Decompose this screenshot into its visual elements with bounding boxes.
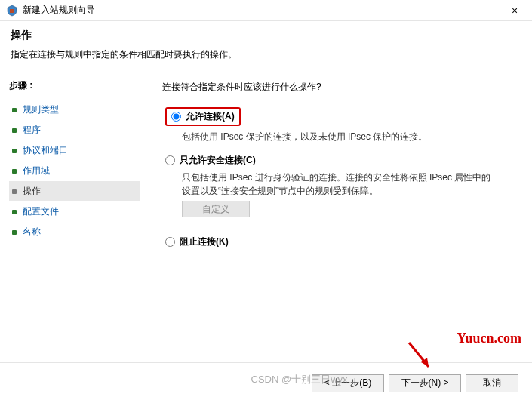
app-icon <box>6 5 18 17</box>
svg-rect-0 <box>10 9 14 13</box>
step-profile[interactable]: 配置文件 <box>9 202 140 222</box>
radio-allow[interactable] <box>171 112 181 122</box>
window-title: 新建入站规则向导 <box>23 4 503 17</box>
titlebar: 新建入站规则向导 × <box>0 0 532 21</box>
back-button[interactable]: < 上一步(B) <box>312 374 384 392</box>
step-action[interactable]: 操作 <box>9 181 140 202</box>
customize-button: 自定义 <box>182 201 250 217</box>
next-button[interactable]: 下一步(N) > <box>389 374 461 392</box>
option-allow-desc: 包括使用 IPsec 保护的连接，以及未使用 IPsec 保护的连接。 <box>182 130 499 143</box>
step-label: 名称 <box>23 226 41 238</box>
bullet-icon <box>12 108 17 112</box>
step-label: 作用域 <box>23 165 50 177</box>
step-label: 配置文件 <box>23 205 59 218</box>
bullet-icon <box>12 210 17 214</box>
steps-sidebar: 步骤 : 规则类型 程序 协议和端口 作用域 操作 配置文件 名称 <box>0 70 147 372</box>
step-protocol[interactable]: 协议和端口 <box>9 140 140 161</box>
option-allow-label: 允许连接(A) <box>186 110 235 123</box>
bullet-icon <box>12 169 17 174</box>
option-block: 阻止连接(K) <box>165 235 517 248</box>
bullet-icon <box>12 230 17 235</box>
wizard-header: 操作 指定在连接与规则中指定的条件相匹配时要执行的操作。 <box>0 21 532 70</box>
step-program[interactable]: 程序 <box>9 120 140 140</box>
steps-list: 规则类型 程序 协议和端口 作用域 操作 配置文件 名称 <box>9 100 140 242</box>
radio-block[interactable] <box>165 237 175 247</box>
page-title: 操作 <box>11 29 521 42</box>
cancel-button[interactable]: 取消 <box>466 374 518 392</box>
question-text: 连接符合指定条件时应该进行什么操作? <box>162 81 517 94</box>
bullet-icon <box>12 189 17 194</box>
close-button[interactable]: × <box>503 2 526 19</box>
step-scope[interactable]: 作用域 <box>9 161 140 181</box>
option-secure-label: 只允许安全连接(C) <box>180 154 256 167</box>
wizard-footer: < 上一步(B) 下一步(N) > 取消 <box>0 362 532 403</box>
step-label: 协议和端口 <box>23 144 68 157</box>
bullet-icon <box>12 128 17 133</box>
radio-secure[interactable] <box>165 155 175 165</box>
step-label: 规则类型 <box>23 103 59 116</box>
steps-heading: 步骤 : <box>9 79 140 92</box>
option-block-label: 阻止连接(K) <box>180 235 229 248</box>
step-name[interactable]: 名称 <box>9 222 140 242</box>
option-allow: 允许连接(A) 包括使用 IPsec 保护的连接，以及未使用 IPsec 保护的… <box>165 107 517 143</box>
action-options: 允许连接(A) 包括使用 IPsec 保护的连接，以及未使用 IPsec 保护的… <box>165 107 517 248</box>
step-rule-type[interactable]: 规则类型 <box>9 100 140 120</box>
wizard-body: 步骤 : 规则类型 程序 协议和端口 作用域 操作 配置文件 名称 连接符合指定… <box>0 70 532 372</box>
close-icon: × <box>512 5 518 17</box>
step-label: 操作 <box>23 185 41 198</box>
bullet-icon <box>12 149 17 153</box>
option-secure-desc: 只包括使用 IPsec 进行身份验证的连接。连接的安全性将依照 IPsec 属性… <box>182 171 499 198</box>
option-secure: 只允许安全连接(C) 只包括使用 IPsec 进行身份验证的连接。连接的安全性将… <box>165 154 517 225</box>
step-label: 程序 <box>23 124 41 137</box>
wizard-main: 连接符合指定条件时应该进行什么操作? 允许连接(A) 包括使用 IPsec 保护… <box>147 70 532 372</box>
page-subtitle: 指定在连接与规则中指定的条件相匹配时要执行的操作。 <box>11 48 521 61</box>
